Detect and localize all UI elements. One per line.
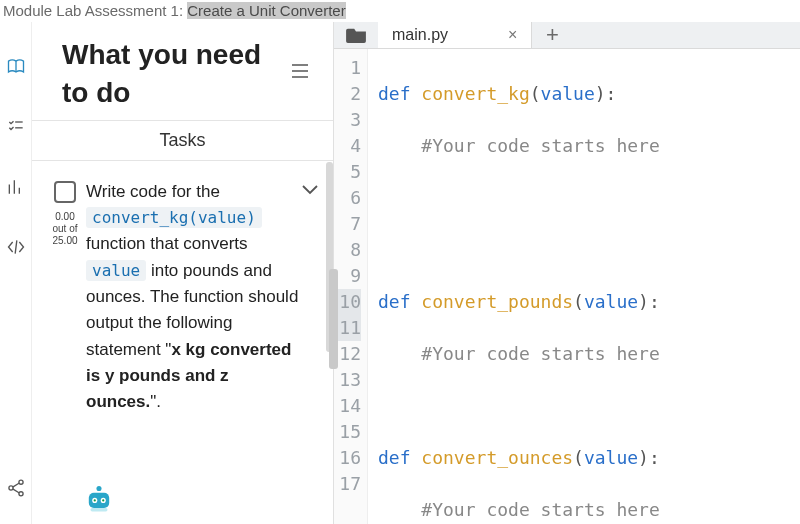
code-text[interactable]: def convert_kg(value): #Your code starts…	[368, 49, 800, 524]
task-score-column: 0.00 out of 25.00	[44, 179, 86, 524]
code-chip: value	[86, 260, 146, 281]
tab-label: main.py	[392, 26, 448, 44]
line-gutter: 1 2 3 4 5 6 7 8 9 10 11 12 13 14 15 16 1…	[334, 49, 368, 524]
title-prefix: Module Lab Assessment 1:	[3, 2, 187, 19]
editor-scrollbar[interactable]	[329, 269, 338, 369]
svg-point-7	[94, 499, 96, 501]
editor-tab-bar: main.py × +	[334, 22, 800, 49]
left-icon-strip	[0, 22, 32, 524]
task-description: Write code for the convert_kg(value) fun…	[86, 179, 323, 524]
code-area[interactable]: 1 2 3 4 5 6 7 8 9 10 11 12 13 14 15 16 1…	[334, 49, 800, 524]
share-icon[interactable]	[6, 478, 26, 502]
tasks-tab[interactable]: Tasks	[32, 120, 333, 161]
page-title: Module Lab Assessment 1: Create a Unit C…	[0, 0, 800, 22]
svg-point-8	[102, 499, 104, 501]
editor-tab[interactable]: main.py ×	[378, 22, 532, 48]
code-editor: main.py × + 1 2 3 4 5 6 7 8 9 10 11 12 1…	[334, 22, 800, 524]
svg-rect-4	[89, 493, 109, 508]
instructions-panel: What you need to do Tasks 0.00 out of 25…	[32, 22, 334, 524]
title-highlight: Create a Unit Converter	[187, 2, 345, 19]
task-checkbox[interactable]	[54, 181, 76, 203]
task-score: 0.00 out of 25.00	[44, 211, 86, 247]
new-tab-button[interactable]: +	[532, 22, 572, 48]
code-icon[interactable]	[6, 237, 26, 261]
svg-rect-9	[91, 508, 108, 511]
chevron-down-icon[interactable]	[301, 181, 319, 199]
folder-icon[interactable]	[334, 22, 378, 48]
checklist-icon[interactable]	[6, 117, 26, 141]
svg-point-3	[96, 486, 101, 491]
close-icon[interactable]: ×	[508, 26, 517, 44]
chart-icon[interactable]	[6, 177, 26, 201]
book-icon[interactable]	[6, 57, 26, 81]
instructions-heading: What you need to do	[62, 36, 291, 112]
robot-icon[interactable]	[82, 480, 116, 518]
code-chip: convert_kg(value)	[86, 207, 262, 228]
menu-icon[interactable]	[291, 64, 309, 82]
